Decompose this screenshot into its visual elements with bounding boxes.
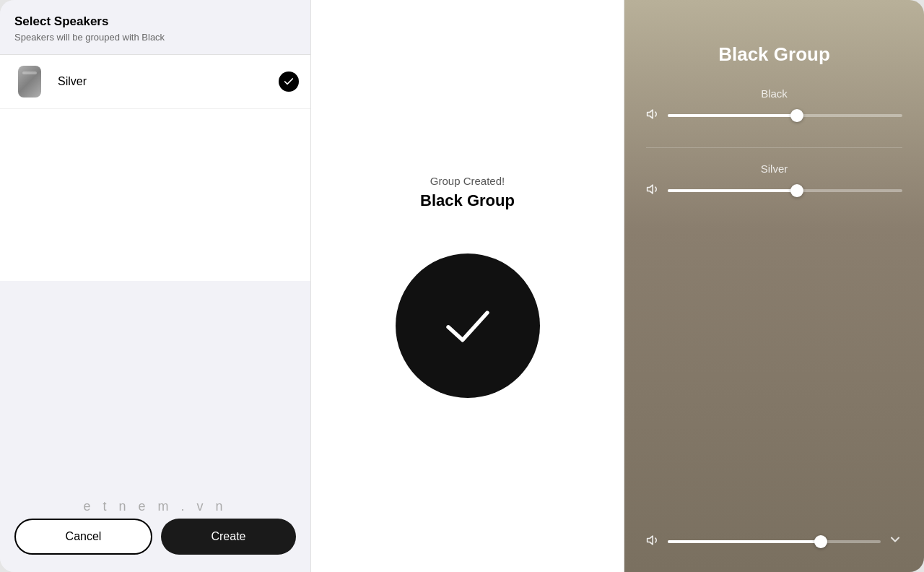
create-button[interactable]: Create (161, 519, 296, 555)
volume-icon-black (646, 107, 661, 124)
slider-thumb-black[interactable] (790, 109, 803, 122)
volume-row-silver (646, 182, 902, 199)
svg-marker-1 (648, 185, 653, 194)
speaker-label-silver: Silver (646, 162, 902, 175)
master-volume-slider[interactable] (668, 540, 881, 543)
volume-slider-black[interactable] (668, 114, 902, 117)
panel-left-footer: Cancel Create (0, 507, 310, 572)
volume-icon-silver (646, 182, 661, 199)
volume-slider-silver[interactable] (668, 189, 902, 192)
speaker-list: Silver (0, 55, 310, 281)
speaker-name-silver: Silver (58, 75, 279, 88)
panel-left-empty-area (0, 281, 310, 507)
group-control-title: Black Group (718, 43, 830, 66)
keyboard-hint: e t n e m . v n (0, 499, 310, 514)
slider-fill-silver (668, 189, 797, 192)
divider-1 (646, 147, 902, 148)
selected-check-silver (279, 72, 299, 92)
group-control-panel: Black Group Black Silver (624, 0, 924, 572)
master-volume-icon (646, 533, 661, 550)
master-slider-thumb[interactable] (814, 535, 827, 548)
speaker-item-silver[interactable]: Silver (0, 55, 310, 109)
volume-row-black (646, 107, 902, 124)
cancel-button[interactable]: Cancel (14, 519, 152, 555)
panel-subtitle: Speakers will be grouped with Black (14, 32, 296, 43)
slider-fill-black (668, 114, 797, 117)
svg-marker-2 (648, 536, 653, 545)
panel-left-header: Select Speakers Speakers will be grouped… (0, 0, 310, 55)
group-created-panel: Group Created! Black Group (310, 0, 624, 572)
svg-marker-0 (648, 110, 653, 118)
group-created-label: Group Created! (430, 175, 505, 187)
select-speakers-panel: Select Speakers Speakers will be grouped… (0, 0, 310, 572)
speaker-control-silver: Silver (646, 162, 902, 199)
speaker-cylinder-icon (18, 66, 41, 98)
slider-thumb-silver[interactable] (790, 184, 803, 197)
chevron-down-icon[interactable] (888, 532, 902, 550)
group-name-title: Black Group (420, 191, 515, 210)
master-volume-row (646, 532, 902, 550)
speaker-avatar-silver (12, 64, 48, 100)
big-check-circle (396, 254, 540, 398)
master-slider-fill (668, 540, 821, 543)
panel-title: Select Speakers (14, 14, 296, 29)
speaker-label-black: Black (646, 87, 902, 100)
speaker-control-black: Black (646, 87, 902, 124)
